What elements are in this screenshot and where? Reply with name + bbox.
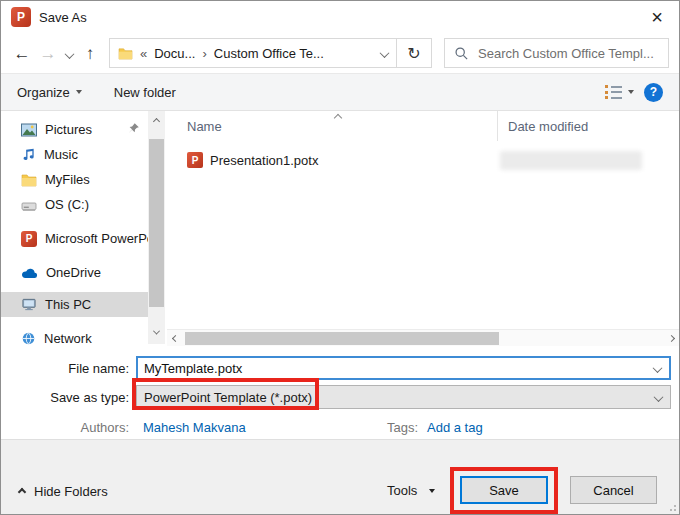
search-input[interactable] [478, 46, 659, 61]
dialog-footer: Hide Folders Tools Save Cancel [1, 439, 679, 514]
refresh-icon[interactable]: ↻ [396, 38, 432, 68]
new-folder-button[interactable]: New folder [114, 85, 176, 100]
sidebar-item-onedrive[interactable]: OneDrive [1, 260, 148, 285]
search-icon [454, 46, 469, 61]
scroll-down-icon[interactable] [148, 324, 165, 340]
music-icon [21, 147, 36, 162]
forward-arrow-icon[interactable]: → [35, 45, 61, 62]
sidebar-scrollbar[interactable] [148, 111, 165, 344]
details-view-icon [605, 85, 622, 99]
up-arrow-icon[interactable]: ↑ [77, 45, 103, 62]
onedrive-icon [21, 267, 38, 279]
drive-icon [21, 198, 37, 212]
column-header-date-modified[interactable]: Date modified [497, 111, 667, 141]
file-name-input[interactable] [138, 361, 669, 376]
organize-caret-icon [76, 90, 82, 94]
breadcrumb-documents[interactable]: Docu... [154, 46, 195, 61]
tools-caret-icon [429, 489, 435, 493]
navigation-bar: ← → ↑ « Docu... › Custom Office Te... ↻ [1, 33, 679, 73]
dialog-title: Save As [39, 10, 87, 25]
date-modified-value-redacted [500, 151, 642, 170]
powerpoint-app-icon: P [11, 7, 31, 27]
sidebar-item-pictures[interactable]: Pictures [1, 117, 148, 142]
organize-button[interactable]: Organize [17, 85, 82, 100]
help-icon[interactable]: ? [644, 83, 663, 102]
save-as-type-chevron-icon[interactable] [655, 390, 662, 405]
column-header-name[interactable]: Name [165, 119, 222, 134]
scroll-left-icon[interactable] [167, 336, 183, 341]
hide-folders-button[interactable]: Hide Folders [19, 484, 108, 499]
title-bar: P Save As × [1, 1, 679, 33]
pictures-icon [21, 123, 37, 137]
breadcrumb-separator: › [202, 46, 206, 61]
file-name-label: File name: [1, 361, 136, 376]
powerpoint-icon: P [21, 231, 37, 247]
sidebar-item-network[interactable]: Network [1, 326, 148, 346]
sidebar-item-music[interactable]: Music [1, 142, 148, 167]
change-view-button[interactable] [605, 85, 634, 99]
file-name-combobox[interactable] [136, 356, 671, 380]
computer-icon [21, 297, 37, 312]
caret-up-icon [18, 487, 26, 495]
sidebar-item-myfiles[interactable]: MyFiles [1, 167, 148, 192]
scrollbar-thumb[interactable] [149, 139, 164, 307]
add-a-tag-link[interactable]: Add a tag [427, 420, 483, 435]
search-box[interactable] [444, 38, 669, 68]
resize-grip[interactable] [668, 503, 676, 511]
file-fields: File name: Save as type: PowerPoint Temp… [1, 346, 679, 441]
sidebar-item-os-c[interactable]: OS (C:) [1, 192, 148, 217]
scroll-up-icon[interactable] [148, 113, 165, 129]
column-headers: Name Date modified [165, 111, 679, 141]
file-name-dropdown-chevron-icon[interactable] [654, 361, 661, 376]
network-icon [21, 331, 36, 346]
pin-icon [127, 122, 140, 135]
tags-label: Tags: [378, 420, 418, 435]
sidebar-item-this-pc[interactable]: This PC [1, 292, 148, 317]
save-as-type-value: PowerPoint Template (*.potx) [144, 390, 312, 405]
breadcrumb-prefix: « [140, 46, 147, 61]
address-dropdown-chevron-icon[interactable] [381, 46, 388, 61]
command-toolbar: Organize New folder ? [1, 73, 679, 111]
save-as-dialog: P Save As × ← → ↑ « Docu... › Custom Off… [0, 0, 680, 515]
file-list: Name Date modified P Presentation1.potx [165, 111, 679, 346]
save-button[interactable]: Save [460, 476, 548, 504]
horizontal-scrollbar-thumb[interactable] [185, 332, 499, 345]
authors-label: Authors: [1, 420, 136, 435]
save-as-type-dropdown[interactable]: PowerPoint Template (*.potx) [136, 385, 671, 409]
address-bar[interactable]: « Docu... › Custom Office Te... [109, 38, 397, 68]
breadcrumb-custom-office-templates[interactable]: Custom Office Te... [214, 46, 324, 61]
close-icon[interactable]: × [645, 7, 669, 27]
scroll-right-icon[interactable] [663, 336, 679, 341]
cancel-button[interactable]: Cancel [570, 476, 657, 504]
authors-value-link[interactable]: Mahesh Makvana [143, 420, 378, 435]
navigation-sidebar: Pictures Music MyFiles [1, 111, 148, 346]
view-caret-icon [628, 90, 634, 94]
back-arrow-icon[interactable]: ← [9, 45, 35, 62]
recent-locations-chevron-icon[interactable] [61, 45, 77, 62]
folder-icon [118, 47, 133, 60]
sidebar-item-microsoft-powerpoint[interactable]: P Microsoft PowerPoint [1, 226, 148, 251]
main-area: Pictures Music MyFiles [1, 111, 679, 346]
tools-button[interactable]: Tools [387, 483, 435, 498]
horizontal-scrollbar[interactable] [167, 329, 679, 346]
save-as-type-label: Save as type: [1, 390, 136, 405]
file-name-text: Presentation1.potx [210, 153, 318, 168]
powerpoint-file-icon: P [187, 152, 203, 168]
folder-icon [21, 173, 37, 187]
